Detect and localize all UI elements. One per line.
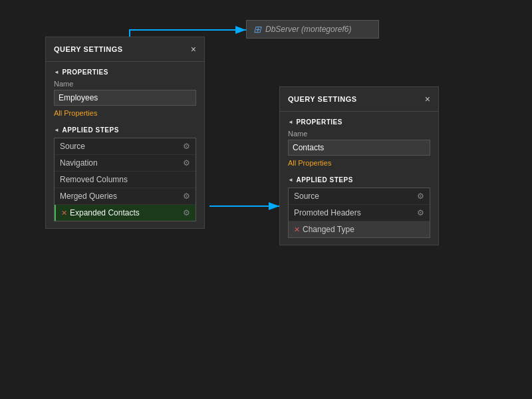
step-gear-icon[interactable]: ⚙ (417, 208, 424, 217)
panel2-step-item[interactable]: Promoted Headers⚙ (289, 205, 430, 221)
step-gear-icon[interactable]: ⚙ (183, 142, 190, 151)
panel1-title: QUERY SETTINGS (54, 45, 123, 53)
step-label: Merged Queries (60, 192, 117, 201)
panel2-properties-section: PROPERTIES Name All Properties (280, 112, 438, 174)
panel2-step-item[interactable]: ✕Changed Type (289, 221, 430, 237)
panel2-steps-list: Source⚙Promoted Headers⚙✕Changed Type (288, 188, 430, 238)
step-gear-icon[interactable]: ⚙ (183, 158, 190, 168)
panel1-steps-list: Source⚙Navigation⚙Removed ColumnsMerged … (54, 138, 196, 221)
panel1-header: QUERY SETTINGS × (46, 37, 204, 62)
panel2-name-input[interactable] (288, 140, 430, 156)
step-label: Source (294, 192, 319, 201)
step-error-icon: ✕ (61, 209, 67, 217)
db-server-text: DbServer (montegoref6) (265, 25, 351, 34)
step-error-icon: ✕ (294, 225, 300, 234)
panel2-close-button[interactable]: × (425, 94, 430, 104)
db-icon: ⊞ (253, 24, 261, 35)
step-label: Promoted Headers (294, 208, 361, 217)
step-label: Changed Type (303, 225, 354, 234)
employees-panel: QUERY SETTINGS × PROPERTIES Name All Pro… (45, 37, 205, 229)
step-gear-icon[interactable]: ⚙ (183, 208, 190, 217)
panel2-steps-header: APPLIED STEPS (288, 176, 430, 184)
panel1-properties-header: PROPERTIES (54, 68, 196, 76)
panel1-step-item[interactable]: Source⚙ (55, 138, 196, 155)
panel1-name-label: Name (54, 80, 196, 88)
panel1-properties-section: PROPERTIES Name All Properties (46, 62, 204, 124)
panel1-steps-header: APPLIED STEPS (54, 126, 196, 134)
panel1-step-item[interactable]: Merged Queries⚙ (55, 188, 196, 205)
contacts-panel: QUERY SETTINGS × PROPERTIES Name All Pro… (279, 86, 439, 245)
panel1-name-input[interactable] (54, 90, 196, 106)
step-label: Removed Columns (60, 175, 128, 184)
panel2-header: QUERY SETTINGS × (280, 87, 438, 112)
panel1-all-properties-link[interactable]: All Properties (54, 109, 196, 117)
panel1-applied-steps-section: APPLIED STEPS Source⚙Navigation⚙Removed … (46, 124, 204, 228)
panel1-step-item[interactable]: Navigation⚙ (55, 155, 196, 172)
panel1-step-item[interactable]: Removed Columns (55, 172, 196, 188)
panel2-name-label: Name (288, 130, 430, 138)
panel2-all-properties-link[interactable]: All Properties (288, 159, 430, 167)
step-gear-icon[interactable]: ⚙ (417, 192, 424, 201)
panel2-title: QUERY SETTINGS (288, 95, 357, 103)
db-server-bar: ⊞ DbServer (montegoref6) (246, 20, 379, 39)
panel2-step-item[interactable]: Source⚙ (289, 188, 430, 205)
step-label: Expanded Contacts (70, 208, 140, 217)
panel2-applied-steps-section: APPLIED STEPS Source⚙Promoted Headers⚙✕C… (280, 174, 438, 245)
step-label: Navigation (60, 158, 98, 168)
step-label: Source (60, 142, 85, 151)
panel1-step-item[interactable]: ✕Expanded Contacts⚙ (55, 205, 196, 221)
step-gear-icon[interactable]: ⚙ (183, 192, 190, 201)
panel1-close-button[interactable]: × (191, 44, 196, 55)
panel2-properties-header: PROPERTIES (288, 118, 430, 126)
